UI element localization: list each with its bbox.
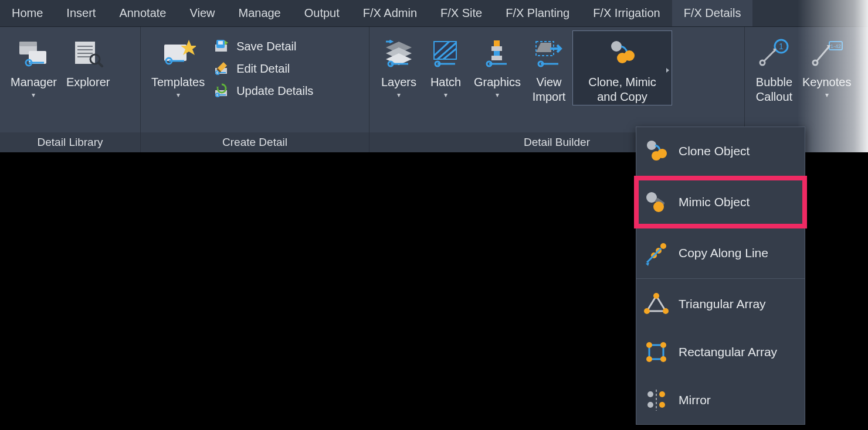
svg-rect-1 [19,42,37,46]
svg-rect-40 [491,56,502,60]
explorer-label: Explorer [66,75,110,90]
templates-button[interactable]: Templates [147,30,209,100]
svg-point-71 [660,342,666,348]
menu-rectangular-array[interactable]: Rectangular Array [636,328,805,376]
bubble-callout-icon: 1 [755,34,793,71]
graphics-label: Graphics [474,75,521,90]
svg-point-67 [663,308,669,314]
clone-object-icon [642,137,670,165]
manager-icon [15,34,52,71]
mirror-icon [642,386,670,414]
explorer-button[interactable]: Explorer [62,30,114,91]
svg-point-73 [660,356,666,362]
svg-point-61 [660,243,666,249]
mimic-object-icon [642,188,670,216]
rectangular-array-icon [642,338,670,366]
svg-rect-38 [491,46,502,51]
bubble-callout-label: Bubble Callout [756,75,792,104]
templates-label: Templates [151,75,205,90]
edit-icon [213,60,230,77]
templates-icon [160,34,197,71]
svg-rect-37 [494,40,500,46]
update-label: Update Details [236,84,313,98]
bubble-callout-button[interactable]: 1 Bubble Callout [751,30,798,105]
clone-mimic-dropdown: Clone Object Mimic Object Copy Along Lin… [636,127,805,425]
panel-title-library: Detail Library [0,132,140,152]
menu-mirror[interactable]: Mirror [636,376,805,424]
panel-create-detail: Templates Save Detail [141,27,369,152]
tab-output[interactable]: Output [293,0,351,26]
tab-home[interactable]: Home [0,0,55,26]
explorer-icon [69,34,107,71]
menu-mimic-label: Mimic Object [679,195,750,209]
menu-copy-along-label: Copy Along Line [679,246,768,260]
menu-copy-along-line[interactable]: Copy Along Line [636,229,805,277]
tab-insert[interactable]: Insert [55,0,107,26]
svg-point-72 [646,356,652,362]
copy-along-line-icon [642,239,670,267]
svg-rect-18 [218,41,223,45]
svg-point-46 [611,41,622,52]
graphics-icon [479,34,516,71]
menu-clone-label: Clone Object [679,144,750,158]
tab-view[interactable]: View [178,0,226,26]
save-icon [213,37,230,55]
menu-separator [636,176,805,177]
layers-icon [380,34,418,71]
svg-text:1-42: 1-42 [830,43,841,49]
tab-annotate[interactable]: Annotate [107,0,178,26]
svg-text:1: 1 [779,42,784,51]
hatch-button[interactable]: Hatch [422,30,469,100]
menu-clone-object[interactable]: Clone Object [636,127,805,175]
keynotes-icon: 1-42 [808,34,846,71]
svg-point-48 [624,50,635,61]
keynotes-button[interactable]: 1-42 Keynotes [798,30,856,100]
tab-fx-admin[interactable]: F/X Admin [351,0,429,26]
menu-separator [636,278,805,279]
view-import-button[interactable]: View Import [525,30,572,105]
save-label: Save Detail [236,40,296,53]
layers-label: Layers [381,75,416,90]
clone-mimic-icon [603,34,641,71]
hatch-icon [427,34,464,71]
menu-rectangular-label: Rectangular Array [679,345,777,359]
keynotes-label: Keynotes [802,75,851,90]
clone-mimic-copy-button[interactable]: Clone, Mimic and Copy [572,30,672,105]
svg-point-55 [647,141,656,150]
svg-line-64 [647,248,661,262]
triangular-array-icon [642,290,670,318]
tab-fx-site[interactable]: F/X Site [429,0,494,26]
menu-triangular-label: Triangular Array [679,297,766,311]
clone-mimic-label: Clone, Mimic and Copy [588,75,656,104]
create-small-buttons: Save Detail Edit Detail [209,30,317,102]
svg-point-77 [659,391,665,397]
svg-point-70 [646,342,652,348]
tab-manage[interactable]: Manage [226,0,292,26]
svg-point-57 [657,149,667,158]
menu-separator [636,227,805,228]
svg-point-54 [813,60,818,65]
view-import-label: View Import [533,75,566,104]
tab-fx-irrigation[interactable]: F/X Irrigation [581,0,672,26]
tab-fx-planting[interactable]: F/X Planting [494,0,581,26]
menu-mimic-object[interactable]: Mimic Object [636,178,805,226]
hatch-label: Hatch [430,75,461,90]
svg-point-66 [653,293,659,299]
layers-button[interactable]: Layers [375,30,422,100]
svg-rect-69 [649,345,663,359]
svg-point-51 [760,60,765,65]
svg-rect-39 [494,51,500,56]
graphics-button[interactable]: Graphics [469,30,525,100]
tab-fx-details[interactable]: F/X Details [672,0,753,26]
save-detail-button[interactable]: Save Detail [209,35,317,57]
tab-bar: Home Insert Annotate View Manage Output … [0,0,868,27]
menu-mirror-label: Mirror [679,393,711,407]
svg-point-78 [659,402,665,408]
manager-button[interactable]: Manager [6,30,62,100]
panel-detail-library: Manager Explorer Detail Library [0,27,141,152]
edit-detail-button[interactable]: Edit Detail [209,57,317,80]
menu-triangular-array[interactable]: Triangular Array [636,280,805,328]
update-icon [213,82,230,100]
update-details-button[interactable]: Update Details [209,80,317,102]
svg-point-68 [644,308,650,314]
